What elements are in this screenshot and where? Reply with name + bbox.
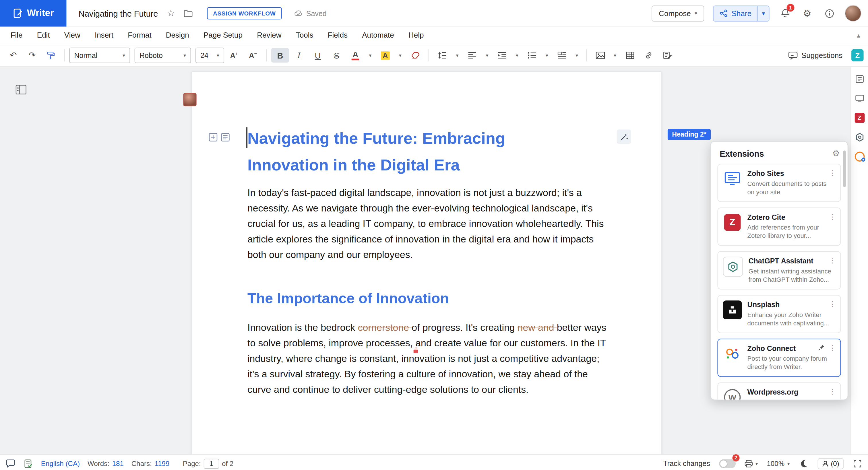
increase-font-size-button[interactable]: A+ <box>225 48 243 63</box>
folder-icon[interactable] <box>184 9 193 17</box>
insert-table-button[interactable] <box>621 48 639 63</box>
add-block-icon[interactable] <box>209 133 218 142</box>
menu-tools[interactable]: Tools <box>289 27 321 43</box>
assign-workflow-button[interactable]: ASSIGN WORKFLOW <box>207 7 282 19</box>
extensions-settings-gear-icon[interactable]: ⚙ <box>832 148 840 158</box>
insert-image-button[interactable] <box>591 48 609 63</box>
viewers-count[interactable]: (0) <box>817 458 844 469</box>
comments-icon[interactable] <box>5 459 16 469</box>
document-navigation-icon[interactable] <box>16 85 27 95</box>
line-spacing-chevron[interactable]: ▾ <box>453 48 462 63</box>
menu-design[interactable]: Design <box>159 27 196 43</box>
extension-chatgpt-assistant[interactable]: ChatGPT Assistant Get instant writing as… <box>717 251 841 289</box>
paragraph-spacing-chevron[interactable]: ▾ <box>572 48 582 63</box>
document-paragraph-2[interactable]: Innovation is the bedrock cornerstone of… <box>247 320 608 398</box>
font-size-select[interactable]: 24 ▾ <box>195 48 224 63</box>
print-layout-button[interactable]: ▾ <box>744 460 758 467</box>
bold-button[interactable]: B <box>271 48 289 63</box>
rail-zotero-icon[interactable]: Z <box>854 112 865 123</box>
menu-edit[interactable]: Edit <box>30 27 57 43</box>
collaborator-avatar[interactable] <box>183 93 196 106</box>
font-color-chevron[interactable]: ▾ <box>365 48 375 63</box>
undo-button[interactable]: ↶ <box>4 48 22 63</box>
menu-insert[interactable]: Insert <box>88 27 121 43</box>
extension-zoho-connect[interactable]: Zoho Connect Post to your company forum … <box>717 339 841 377</box>
kebab-menu-icon[interactable]: ⋮ <box>829 300 836 308</box>
insert-link-button[interactable] <box>640 48 658 63</box>
font-family-select[interactable]: Roboto ▾ <box>135 48 191 63</box>
insert-image-chevron[interactable]: ▾ <box>610 48 620 63</box>
kebab-menu-icon[interactable]: ⋮ <box>829 256 836 264</box>
italic-button[interactable]: I <box>290 48 308 63</box>
clear-formatting-button[interactable] <box>406 48 424 63</box>
menu-fields[interactable]: Fields <box>321 27 355 43</box>
format-painter-button[interactable] <box>42 48 60 63</box>
kebab-menu-icon[interactable]: ⋮ <box>829 387 836 396</box>
rail-document-info-icon[interactable] <box>854 73 865 85</box>
line-spacing-button[interactable] <box>433 48 451 63</box>
notifications-button[interactable]: 1 <box>778 7 792 20</box>
page-number-input[interactable]: 1 <box>204 459 219 469</box>
paragraph-style-select[interactable]: Normal ▾ <box>69 48 130 63</box>
decrease-font-size-button[interactable]: A− <box>244 48 262 63</box>
extensions-scrollbar[interactable] <box>843 151 846 187</box>
menu-format[interactable]: Format <box>121 27 159 43</box>
menu-help[interactable]: Help <box>401 27 431 43</box>
writer-logo[interactable]: Writer <box>0 0 66 27</box>
collapse-toolbar-icon[interactable]: ▴ <box>857 32 860 39</box>
indent-button[interactable] <box>493 48 511 63</box>
char-count[interactable]: Chars: 1199 <box>131 460 169 467</box>
ai-tools-button[interactable] <box>617 129 631 144</box>
rail-chatgpt-icon[interactable] <box>854 132 865 143</box>
zia-assistant-icon[interactable]: Z <box>851 49 863 61</box>
settings-gear-icon[interactable]: ⚙ <box>801 7 814 20</box>
rail-zoho-sites-icon[interactable] <box>854 93 865 104</box>
list-chevron[interactable]: ▾ <box>542 48 552 63</box>
extension-wordpress[interactable]: W Wordpress.org Post to your WordPress b… <box>717 382 841 400</box>
document-heading-2[interactable]: The Importance of Innovation <box>247 290 449 307</box>
pin-icon[interactable] <box>818 344 825 350</box>
redo-button[interactable]: ↷ <box>23 48 41 63</box>
word-count[interactable]: Words: 181 <box>88 460 124 467</box>
text-align-button[interactable] <box>463 48 481 63</box>
extension-unsplash[interactable]: Unsplash Enhance your Zoho Writer docume… <box>717 295 841 333</box>
favorite-star-icon[interactable]: ☆ <box>167 9 175 18</box>
kebab-menu-icon[interactable]: ⋮ <box>829 213 836 221</box>
indent-chevron[interactable]: ▾ <box>512 48 522 63</box>
language-selector[interactable]: English (CA) <box>41 460 80 467</box>
compose-button[interactable]: Compose ▾ <box>652 5 704 21</box>
document-paragraph-1[interactable]: In today's fast-paced digital landscape,… <box>247 185 608 262</box>
suggestions-button[interactable]: Suggestions <box>788 51 843 59</box>
bullet-list-button[interactable] <box>523 48 541 63</box>
menu-file[interactable]: File <box>3 27 30 43</box>
menu-review[interactable]: Review <box>250 27 289 43</box>
user-avatar[interactable] <box>845 5 861 22</box>
underline-button[interactable]: U <box>309 48 327 63</box>
help-info-icon[interactable] <box>823 7 836 20</box>
paragraph-spacing-button[interactable] <box>553 48 571 63</box>
paragraph-options-icon[interactable] <box>221 133 229 142</box>
kebab-menu-icon[interactable]: ⋮ <box>829 344 836 352</box>
menu-automate[interactable]: Automate <box>355 27 401 43</box>
proofing-icon[interactable] <box>23 459 33 469</box>
document-page[interactable]: Navigating the Future: Embracing Innovat… <box>191 71 661 455</box>
insert-signature-button[interactable] <box>659 48 677 63</box>
menu-view[interactable]: View <box>57 27 88 43</box>
font-color-button[interactable]: A <box>346 48 364 63</box>
document-heading-1[interactable]: Navigating the Future: Embracing Innovat… <box>247 125 574 178</box>
tracked-deletion[interactable]: cornerstone <box>358 322 412 333</box>
fullscreen-icon[interactable] <box>852 459 863 469</box>
share-options-chevron[interactable]: ▾ <box>757 6 769 21</box>
share-button[interactable]: Share <box>714 6 757 21</box>
tracked-deletion[interactable]: new and <box>518 322 557 333</box>
zoom-selector[interactable]: 100% ▾ <box>767 460 789 467</box>
extension-zoho-sites[interactable]: Zoho Sites Convert documents to posts on… <box>717 164 841 202</box>
highlight-color-chevron[interactable]: ▾ <box>395 48 405 63</box>
kebab-menu-icon[interactable]: ⋮ <box>829 169 836 177</box>
extension-zotero-cite[interactable]: Z Zotero Cite Add references from your Z… <box>717 208 841 246</box>
night-mode-icon[interactable] <box>799 459 809 469</box>
text-align-chevron[interactable]: ▾ <box>482 48 492 63</box>
track-changes-toggle[interactable]: 2 <box>719 459 736 468</box>
strikethrough-button[interactable]: S <box>328 48 346 63</box>
rail-zoho-connect-icon[interactable] <box>854 151 865 162</box>
